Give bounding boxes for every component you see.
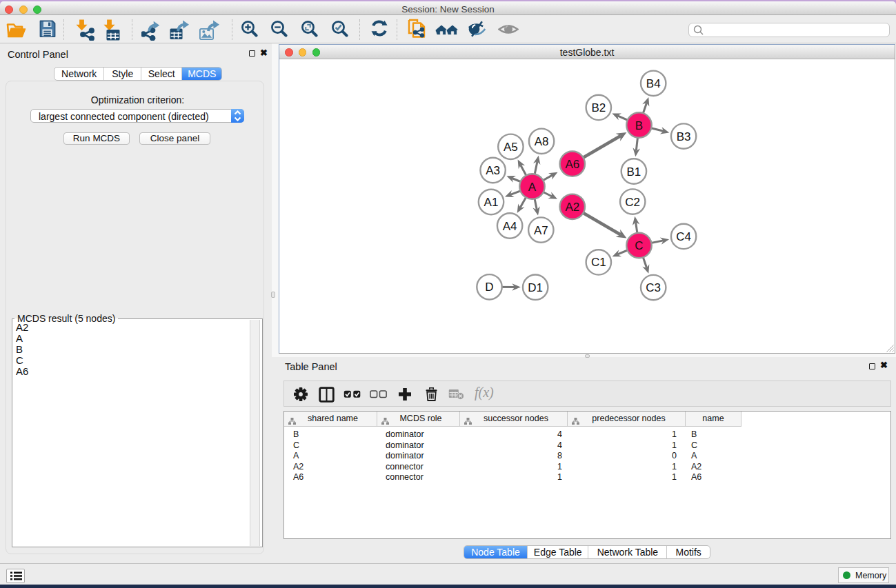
svg-text:A7: A7 — [534, 224, 548, 237]
svg-text:C3: C3 — [646, 281, 661, 294]
svg-text:A5: A5 — [504, 141, 518, 154]
svg-text:D1: D1 — [528, 281, 543, 294]
svg-text:B: B — [635, 119, 643, 132]
svg-text:A8: A8 — [535, 135, 549, 148]
svg-text:D: D — [485, 281, 493, 294]
svg-text:A3: A3 — [486, 164, 500, 177]
svg-text:A: A — [528, 181, 537, 194]
svg-text:B2: B2 — [591, 101, 606, 114]
svg-text:A6: A6 — [565, 158, 579, 171]
svg-text:B1: B1 — [627, 165, 641, 179]
svg-text:C1: C1 — [591, 256, 606, 269]
svg-text:B4: B4 — [646, 77, 661, 90]
svg-text:C4: C4 — [676, 230, 691, 243]
svg-text:B3: B3 — [677, 130, 691, 143]
svg-text:C: C — [635, 239, 643, 252]
svg-text:A1: A1 — [484, 196, 499, 209]
svg-text:A4: A4 — [503, 220, 517, 233]
svg-text:C2: C2 — [625, 196, 640, 209]
svg-text:A2: A2 — [565, 201, 579, 214]
